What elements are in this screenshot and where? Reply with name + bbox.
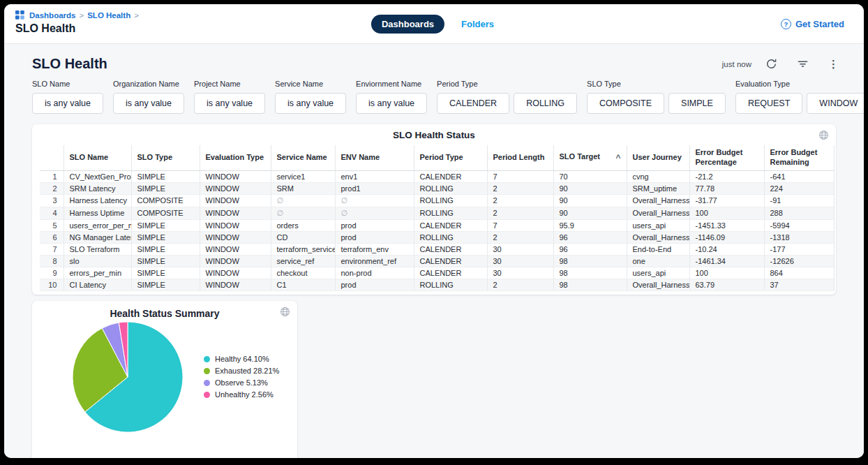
column-header-error-budget-remaining[interactable]: Error Budget Remaining [764, 145, 834, 170]
table-cell: SIMPLE [131, 279, 200, 290]
table-cell: 224 [764, 182, 834, 194]
filter-option-button[interactable]: ROLLING [514, 93, 577, 114]
health-status-summary-tile: Health Status Summary Healthy 64.10%Exha… [32, 301, 297, 459]
filter-option-button[interactable]: is any value [356, 93, 427, 114]
filter-bar: SLO Nameis any valueOrganization Nameis … [4, 72, 864, 114]
filter-group: Organization Nameis any value [113, 80, 184, 114]
filter-option-button[interactable]: SIMPLE [668, 93, 726, 114]
table-cell: ∅ [335, 194, 414, 207]
table-cell: -177 [764, 243, 834, 255]
filter-options: is any value [275, 93, 346, 114]
table-row[interactable]: 2SRM LatencySIMPLEWINDOWSRMprod1ROLLING2… [40, 182, 834, 194]
table-row[interactable]: 5users_error_per_minSIMPLEWINDOWorderspr… [40, 219, 834, 231]
table-cell: -5994 [764, 219, 834, 231]
filter-label: Project Name [194, 80, 265, 88]
table-cell: -1318 [764, 231, 834, 243]
table-cell: Overall_Harness [627, 279, 689, 290]
column-header-user-journey[interactable]: User Journey [627, 145, 689, 170]
get-started-link[interactable]: ? Get Started [781, 19, 844, 29]
tab-dashboards[interactable]: Dashboards [371, 15, 444, 34]
filter-option-button[interactable]: is any value [275, 93, 346, 114]
filter-label: Organization Name [113, 80, 184, 88]
column-header-label: SLO Target [560, 152, 600, 161]
table-explore-button[interactable] [818, 130, 829, 142]
breadcrumb-link[interactable]: Dashboards [29, 11, 75, 20]
table-cell: CALENDER [414, 219, 487, 231]
legend-label: Exhausted 28.21% [215, 365, 279, 377]
dashboard-controls: just now [722, 57, 840, 71]
legend-item[interactable]: Observe 5.13% [204, 377, 279, 389]
globe-icon [280, 307, 290, 317]
filter-option-button[interactable]: is any value [113, 93, 184, 114]
column-header-label: ENV Name [341, 153, 380, 161]
header-tabs: DashboardsFolders [371, 15, 497, 34]
table-cell: prod1 [335, 182, 414, 194]
table-row[interactable]: 1CV_NextGen_ProdSIMPLEWINDOWservice1env1… [40, 170, 834, 182]
slo-health-status-table: SLO NameSLO TypeEvaluation TypeService N… [40, 145, 835, 291]
table-row[interactable]: 9errors_per_minSIMPLEWINDOWcheckoutnon-p… [40, 267, 834, 279]
refresh-button[interactable] [764, 57, 779, 71]
filter-option-button[interactable]: is any value [194, 93, 265, 114]
top-bar: Dashboards>SLO Health> SLO Health Dashbo… [4, 4, 864, 44]
table-cell: SIMPLE [131, 170, 200, 182]
column-header-label: Evaluation Type [206, 153, 264, 161]
table-cell: Overall_Harness [627, 231, 689, 243]
column-header-label: SLO Type [137, 153, 173, 161]
table-row[interactable]: 10CI LatencySIMPLEWINDOWC1prodROLLING298… [40, 279, 834, 290]
legend-item[interactable]: Unhealthy 2.56% [204, 389, 279, 401]
column-header-label: Error Budget Remaining [770, 148, 818, 166]
filter-option-button[interactable]: is any value [32, 93, 103, 114]
column-header-slo-target[interactable]: SLO Target^ [553, 145, 627, 170]
column-header-service-name[interactable]: Service Name [271, 145, 335, 170]
filter-label: Enviornment Name [356, 80, 427, 88]
filter-lines-icon [797, 58, 809, 70]
table-row[interactable]: 7SLO TerraformSIMPLEWINDOWterraform_serv… [40, 243, 834, 255]
table-row[interactable]: 6NG Manager LatencySIMPLEWINDOWCDprodROL… [40, 231, 834, 243]
column-header-period-length[interactable]: Period Length [487, 145, 553, 170]
column-header-env-name[interactable]: ENV Name [335, 145, 414, 170]
filter-option-button[interactable]: CALENDER [437, 93, 509, 114]
table-cell: terraform_env [335, 243, 414, 255]
table-cell: -31.77 [689, 194, 764, 207]
filter-options: COMPOSITESIMPLE [587, 93, 726, 114]
pie-explore-button[interactable] [280, 307, 290, 319]
filter-option-button[interactable]: WINDOW [807, 93, 864, 114]
table-row[interactable]: 8sloSIMPLEWINDOWservice_refenvironment_r… [40, 255, 834, 267]
table-cell: 96 [553, 231, 627, 243]
row-number-cell: 8 [40, 255, 63, 267]
table-cell: WINDOW [200, 182, 271, 194]
pie-chart-title: Health Status Summary [40, 308, 289, 319]
column-header-slo-type[interactable]: SLO Type [131, 145, 200, 170]
more-options-button[interactable]: ⋮ [827, 57, 840, 71]
filter-label: SLO Type [587, 80, 726, 88]
row-number-cell: 6 [40, 231, 63, 243]
legend-item[interactable]: Exhausted 28.21% [204, 365, 279, 377]
table-cell: prod [335, 219, 414, 231]
filter-option-button[interactable]: COMPOSITE [587, 93, 664, 114]
table-row[interactable]: 4Harness UptimeCOMPOSITEWINDOW∅∅ROLLING2… [40, 207, 834, 219]
table-cell: -1461.34 [689, 255, 764, 267]
table-cell: 2 [487, 231, 553, 243]
legend-dot [204, 368, 210, 374]
table-cell: WINDOW [200, 219, 271, 231]
table-cell: 90 [553, 207, 627, 219]
breadcrumb-link[interactable]: SLO Health [87, 11, 130, 20]
filter-options: CALENDERROLLING [437, 93, 577, 114]
table-cell: 2 [487, 182, 553, 194]
table-cell: WINDOW [200, 170, 271, 182]
breadcrumb-block: Dashboards>SLO Health> SLO Health [15, 10, 139, 35]
table-cell: cvng [627, 170, 689, 182]
dashboard-toolbar: SLO Health just now [4, 44, 864, 72]
column-header-evaluation-type[interactable]: Evaluation Type [200, 145, 271, 170]
legend-item[interactable]: Healthy 64.10% [204, 353, 279, 365]
table-cell: ROLLING [414, 207, 487, 219]
column-header-period-type[interactable]: Period Type [414, 145, 487, 170]
filters-toggle-button[interactable] [795, 57, 810, 71]
filter-option-button[interactable]: REQUEST [735, 93, 802, 114]
table-row[interactable]: 3Harness LatencyCOMPOSITEWINDOW∅∅ROLLING… [40, 194, 834, 207]
tab-folders[interactable]: Folders [458, 15, 497, 34]
column-header-error-budget-percentage[interactable]: Error Budget Percentage [689, 145, 764, 170]
table-cell: Overall_Harness [627, 194, 689, 207]
table-cell: WINDOW [200, 255, 271, 267]
column-header-slo-name[interactable]: SLO Name [63, 145, 131, 170]
